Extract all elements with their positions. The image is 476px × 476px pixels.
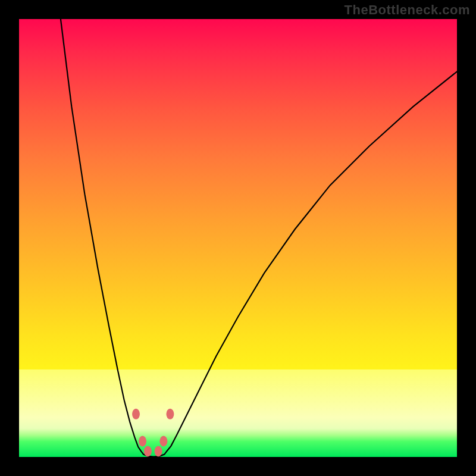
bottleneck-curve: [61, 19, 457, 457]
chart-container: TheBottleneck.com: [0, 0, 476, 476]
valley-marker: [132, 409, 140, 419]
valley-marker: [159, 436, 167, 447]
valley-marker: [155, 446, 162, 456]
plot-area: [19, 19, 457, 457]
valley-marker: [139, 436, 146, 447]
watermark-text: TheBottleneck.com: [345, 2, 470, 18]
valley-marker: [144, 446, 152, 456]
valley-marker: [166, 409, 174, 419]
curve-layer: [19, 19, 457, 457]
